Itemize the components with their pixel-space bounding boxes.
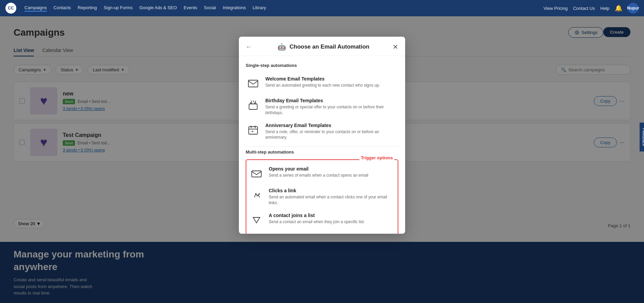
birthday-icon — [246, 98, 261, 113]
opens-email-icon — [249, 166, 264, 181]
multi-step-section: Trigger options Opens your email Send a … — [246, 159, 398, 234]
modal-close-button[interactable]: ✕ — [393, 43, 398, 51]
automation-item-desc: Send a series of emails when a contact o… — [269, 173, 395, 178]
automation-item-clicks-link[interactable]: Clicks a link Send an automated email wh… — [249, 184, 395, 209]
automation-item-desc: Send an automated greeting to each new c… — [265, 83, 398, 88]
svg-rect-2 — [249, 127, 258, 134]
logo-text: CC — [8, 6, 14, 11]
navigation: CC Campaigns Contacts Reporting Sign-up … — [0, 0, 644, 16]
automation-item-desc: Send an automated email when a contact c… — [269, 194, 395, 206]
modal-back-button[interactable]: ← — [246, 43, 252, 51]
nav-help[interactable]: Help — [600, 6, 609, 11]
automation-item-title: Anniversary Email Templates — [265, 123, 398, 128]
modal-title: Choose an Email Automation — [289, 43, 370, 50]
automation-item-title: Welcome Email Templates — [265, 76, 398, 82]
nav-events[interactable]: Events — [184, 5, 197, 12]
automation-item-desc: Send a contact an email when they join a… — [269, 219, 395, 225]
user-avatar[interactable]: Nupur — [628, 3, 639, 14]
modal-title-area: 🤖 Choose an Email Automation — [278, 43, 370, 51]
automation-item-text: Welcome Email Templates Send an automate… — [265, 76, 398, 88]
svg-marker-8 — [253, 217, 260, 223]
section-divider — [246, 146, 398, 147]
automation-item-text: Opens your email Send a series of emails… — [269, 166, 395, 178]
automation-item-desc: Send a note, offer, or reminder to your … — [265, 129, 398, 141]
automation-item-birthday[interactable]: Birthday Email Templates Send a greeting… — [246, 94, 398, 119]
nav-right: View Pricing Contact Us Help 🔔 Nupur — [544, 3, 639, 14]
nav-signupforms[interactable]: Sign-up Forms — [103, 5, 132, 12]
trigger-options-label: Trigger options — [359, 155, 394, 160]
automation-item-text: Birthday Email Templates Send a greeting… — [265, 98, 398, 116]
automation-item-title: Clicks a link — [269, 188, 395, 193]
nav-contact-us[interactable]: Contact Us — [573, 6, 595, 11]
modal-body: Single-step automations Welcome Email Te… — [239, 56, 405, 234]
svg-rect-0 — [248, 80, 258, 87]
automation-item-shopify[interactable]: Shopify order Send emails when a contact… — [249, 231, 395, 234]
automation-item-title: A contact joins a list — [269, 213, 395, 218]
logo[interactable]: CC — [5, 3, 16, 14]
nav-integrations[interactable]: Integrations — [223, 5, 246, 12]
automation-item-title: Birthday Email Templates — [265, 98, 398, 103]
modal-header: ← 🤖 Choose an Email Automation ✕ — [239, 37, 405, 56]
notification-bell-icon[interactable]: 🔔 — [615, 4, 622, 12]
nav-library[interactable]: Library — [252, 5, 266, 12]
automation-item-desc: Send a greeting or special offer to your… — [265, 104, 398, 116]
nav-contacts[interactable]: Contacts — [54, 5, 71, 12]
svg-rect-1 — [249, 104, 257, 109]
nav-view-pricing[interactable]: View Pricing — [544, 6, 568, 11]
nav-googleads[interactable]: Google Ads & SEO — [139, 5, 177, 12]
main-content: Campaigns ⚙️ Settings Create List View C… — [0, 16, 644, 303]
nav-reporting[interactable]: Reporting — [78, 5, 97, 12]
clicks-link-icon — [249, 188, 264, 203]
automation-item-title: Opens your email — [269, 166, 395, 172]
svg-rect-6 — [252, 171, 261, 177]
anniversary-icon — [246, 123, 261, 138]
automation-item-opens-email[interactable]: Opens your email Send a series of emails… — [249, 163, 395, 184]
automation-item-anniversary[interactable]: Anniversary Email Templates Send a note,… — [246, 119, 398, 144]
joins-list-icon — [249, 213, 264, 228]
automation-item-joins-list[interactable]: A contact joins a list Send a contact an… — [249, 209, 395, 231]
modal: ← 🤖 Choose an Email Automation ✕ Single-… — [239, 37, 405, 234]
automation-item-text: Anniversary Email Templates Send a note,… — [265, 123, 398, 141]
section-multi-label: Multi-step automations — [246, 149, 398, 155]
modal-overlay[interactable]: ← 🤖 Choose an Email Automation ✕ Single-… — [0, 16, 644, 303]
automation-item-text: A contact joins a list Send a contact an… — [269, 213, 395, 225]
welcome-icon — [246, 76, 261, 91]
feedback-tab[interactable]: Feedback — [640, 123, 644, 152]
section-single-label: Single-step automations — [246, 63, 398, 68]
svg-point-7 — [259, 193, 260, 195]
automation-item-welcome[interactable]: Welcome Email Templates Send an automate… — [246, 73, 398, 94]
nav-links: Campaigns Contacts Reporting Sign-up For… — [24, 5, 535, 12]
automation-item-text: Clicks a link Send an automated email wh… — [269, 188, 395, 206]
nav-social[interactable]: Social — [204, 5, 216, 12]
automation-icon: 🤖 — [278, 43, 286, 51]
nav-campaigns[interactable]: Campaigns — [24, 5, 47, 12]
